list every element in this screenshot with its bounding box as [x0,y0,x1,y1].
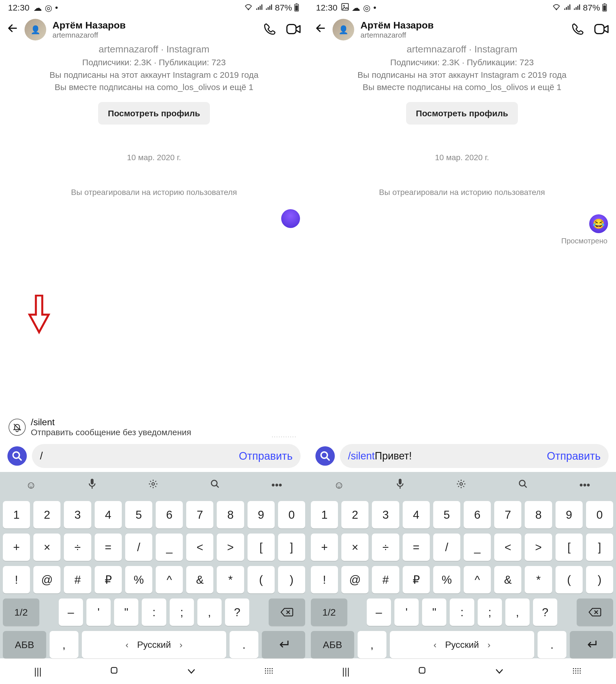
key-×[interactable]: × [34,533,61,561]
view-profile-button[interactable]: Посмотреть профиль [98,102,210,125]
key-3[interactable]: 3 [64,501,91,528]
key-^[interactable]: ^ [156,566,183,593]
symbols-switch-key[interactable]: 1/2 [311,598,347,626]
key-=[interactable]: = [95,533,122,561]
key-6[interactable]: 6 [464,501,491,528]
key-9[interactable]: 9 [247,501,274,528]
reaction-bubble[interactable] [281,209,300,228]
key-/[interactable]: / [433,533,460,561]
key-2[interactable]: 2 [34,501,61,528]
avatar[interactable]: 👤 [332,19,354,41]
key-,[interactable]: , [505,598,530,626]
video-call-button[interactable] [594,22,609,37]
key-1[interactable]: 1 [3,501,30,528]
key-&[interactable]: & [494,566,521,593]
key-–[interactable]: – [367,598,391,626]
key-8[interactable]: 8 [525,501,552,528]
key-2[interactable]: 2 [342,501,369,528]
recents-button[interactable]: ||| [34,666,42,677]
key-#[interactable]: # [64,566,91,593]
key-([interactable]: ( [555,566,582,593]
symbols-switch-key[interactable]: 1/2 [3,598,39,626]
key-@[interactable]: @ [34,566,61,593]
key-^[interactable]: ^ [464,566,491,593]
alpha-switch-key[interactable]: АБВ [3,631,46,658]
call-button[interactable] [571,22,585,37]
back-button[interactable] [7,23,18,37]
period-key[interactable]: . [537,631,566,658]
more-key[interactable]: ••• [271,479,282,491]
key-![interactable]: ! [311,566,338,593]
search-button[interactable] [315,446,335,466]
key-*[interactable]: * [217,566,244,593]
key-0[interactable]: 0 [586,501,613,528]
keyboard-hide-button[interactable] [494,666,504,677]
key-![interactable]: ! [3,566,30,593]
reaction-bubble[interactable]: 😂 [589,214,608,233]
message-input[interactable]: / Отправить [32,444,301,468]
key-5[interactable]: 5 [433,501,460,528]
key-7[interactable]: 7 [186,501,213,528]
more-key[interactable]: ••• [579,479,590,491]
emoji-key[interactable]: ☺ [334,479,345,491]
key-<[interactable]: < [186,533,213,561]
home-button[interactable] [418,666,426,677]
key-<[interactable]: < [494,533,521,561]
key-/[interactable]: / [125,533,152,561]
key-÷[interactable]: ÷ [64,533,91,561]
key-?[interactable]: ? [533,598,557,626]
key-4[interactable]: 4 [95,501,122,528]
key-[[interactable]: [ [247,533,274,561]
call-button[interactable] [263,22,277,37]
enter-key[interactable] [570,631,613,658]
name-block[interactable]: Артём Назаров artemnazaroff [52,20,257,40]
key-5[interactable]: 5 [125,501,152,528]
comma-key[interactable]: , [358,631,387,658]
key-'[interactable]: ' [86,598,111,626]
key-7[interactable]: 7 [494,501,521,528]
key-([interactable]: ( [247,566,274,593]
enter-key[interactable] [262,631,305,658]
key-][interactable]: ] [586,533,613,561]
backspace-key[interactable] [269,598,305,626]
recents-button[interactable]: ||| [342,666,350,677]
keyboard-switch-button[interactable] [572,666,582,677]
key-×[interactable]: × [342,533,369,561]
key-–[interactable]: – [59,598,83,626]
space-key[interactable]: ‹ Русский › [390,631,534,658]
comma-key[interactable]: , [50,631,79,658]
message-input[interactable]: /silent Привет! Отправить [340,444,609,468]
key-+[interactable]: + [311,533,338,561]
key-3[interactable]: 3 [372,501,399,528]
key-8[interactable]: 8 [217,501,244,528]
back-button[interactable] [315,23,326,37]
mic-key[interactable] [396,478,404,492]
key-"[interactable]: " [422,598,446,626]
space-key[interactable]: ‹ Русский › [82,631,226,658]
key-@[interactable]: @ [342,566,369,593]
key-₽[interactable]: ₽ [403,566,430,593]
send-button[interactable]: Отправить [239,450,292,462]
backspace-key[interactable] [577,598,613,626]
command-suggestion[interactable]: /silent Отправить сообщение без уведомле… [0,414,308,440]
alpha-switch-key[interactable]: АБВ [311,631,354,658]
key-#[interactable]: # [372,566,399,593]
key-_[interactable]: _ [156,533,183,561]
key-1[interactable]: 1 [311,501,338,528]
key-*[interactable]: * [525,566,552,593]
key-:[interactable]: : [142,598,166,626]
key-4[interactable]: 4 [403,501,430,528]
settings-key[interactable] [456,479,466,492]
key->[interactable]: > [217,533,244,561]
key-=[interactable]: = [403,533,430,561]
key-)[interactable]: ) [278,566,305,593]
key-,[interactable]: , [197,598,222,626]
emoji-key[interactable]: ☺ [26,479,37,491]
key-9[interactable]: 9 [555,501,582,528]
search-key[interactable] [518,479,528,491]
key-0[interactable]: 0 [278,501,305,528]
keyboard-hide-button[interactable] [186,666,196,677]
keyboard-switch-button[interactable] [264,666,274,677]
key-[[interactable]: [ [555,533,582,561]
key-₽[interactable]: ₽ [95,566,122,593]
